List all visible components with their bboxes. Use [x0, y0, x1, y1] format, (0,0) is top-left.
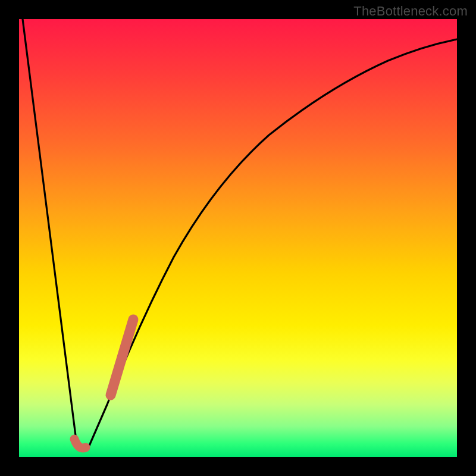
chart-frame: TheBottleneck.com — [0, 0, 476, 476]
bottleneck-curve — [23, 19, 457, 449]
overlay-segment-right — [111, 320, 133, 395]
overlay-segment-hook — [74, 439, 86, 448]
plot-area — [19, 19, 457, 457]
curve-svg — [19, 19, 457, 457]
watermark-text: TheBottleneck.com — [353, 4, 468, 19]
